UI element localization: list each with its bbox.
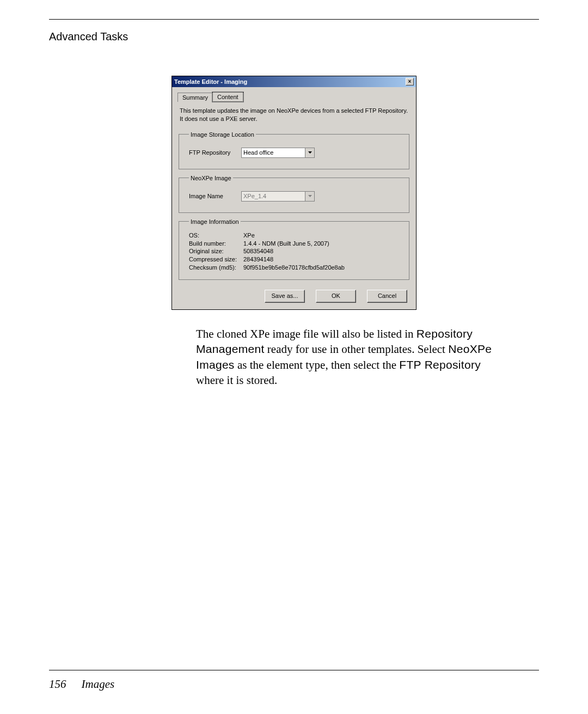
info-md5-value: 90f951be9b5e8e70178cfbd5af20e8ab	[243, 264, 345, 272]
group-info-legend: Image Information	[189, 218, 241, 225]
page-footer: 156Images	[49, 678, 114, 691]
svg-marker-1	[308, 195, 312, 197]
info-compsize-label: Compressed size:	[189, 255, 243, 264]
tab-content[interactable]: Content	[212, 92, 243, 102]
dialog-button-bar: Save as... OK Cancel	[177, 285, 411, 304]
tab-strip: Summary Content	[177, 91, 411, 101]
group-storage-legend: Image Storage Location	[189, 131, 256, 138]
close-icon: ×	[408, 78, 412, 84]
group-image-information: Image Information OS:XPe Build number:1.…	[179, 218, 409, 280]
close-button[interactable]: ×	[406, 78, 414, 86]
tab-summary[interactable]: Summary	[177, 93, 213, 102]
info-origsize-value: 508354048	[243, 247, 273, 255]
dialog-description: This template updates the image on NeoXP…	[180, 107, 408, 124]
info-build-value: 1.4.4 - NDM (Built June 5, 2007)	[243, 240, 329, 248]
info-md5-label: Checksum (md5):	[189, 264, 243, 272]
info-os-value: XPe	[243, 231, 255, 240]
dropdown-button[interactable]	[305, 148, 314, 157]
dialog-title: Template Editor - Imaging	[174, 78, 247, 85]
para-text-2: ready for use in other templates. Select	[265, 343, 449, 356]
image-name-label: Image Name	[189, 193, 234, 199]
svg-marker-0	[308, 151, 312, 154]
ok-button[interactable]: OK	[316, 290, 356, 303]
cancel-button[interactable]: Cancel	[367, 290, 407, 303]
dropdown-button[interactable]	[305, 192, 314, 201]
group-neoxpe-image: NeoXPe Image Image Name XPe_1.4	[179, 175, 409, 213]
section-name: Images	[82, 678, 115, 691]
ftp-repository-label: FTP Repository	[189, 149, 234, 156]
para-term-ftp-repo: FTP Repository	[399, 358, 481, 371]
page-header: Advanced Tasks	[49, 30, 539, 43]
page-number: 156	[49, 678, 66, 691]
info-origsize-label: Original size:	[189, 247, 243, 255]
dialog-window: Template Editor - Imaging × Summary Cont…	[171, 76, 416, 310]
para-text-1: The cloned XPe image file will also be l…	[196, 327, 416, 340]
image-info-table: OS:XPe Build number:1.4.4 - NDM (Built J…	[189, 231, 402, 272]
ftp-repository-value: Head office	[242, 148, 305, 157]
titlebar: Template Editor - Imaging ×	[172, 76, 416, 87]
chevron-down-icon	[308, 195, 312, 197]
body-paragraph: The cloned XPe image file will also be l…	[196, 326, 506, 388]
info-compsize-value: 284394148	[243, 255, 273, 264]
bottom-rule	[49, 670, 539, 670]
ftp-repository-select[interactable]: Head office	[241, 148, 315, 158]
info-build-label: Build number:	[189, 240, 243, 248]
image-name-value: XPe_1.4	[242, 192, 305, 201]
chevron-down-icon	[308, 151, 312, 154]
save-as-button[interactable]: Save as...	[265, 290, 305, 303]
image-name-select[interactable]: XPe_1.4	[241, 191, 315, 202]
top-rule	[49, 19, 539, 20]
info-os-label: OS:	[189, 231, 243, 240]
para-text-3: as the element type, then select the	[235, 358, 400, 371]
group-image-legend: NeoXPe Image	[189, 175, 233, 181]
group-storage-location: Image Storage Location FTP Repository He…	[179, 131, 409, 169]
para-text-4: where it is stored.	[196, 374, 277, 387]
